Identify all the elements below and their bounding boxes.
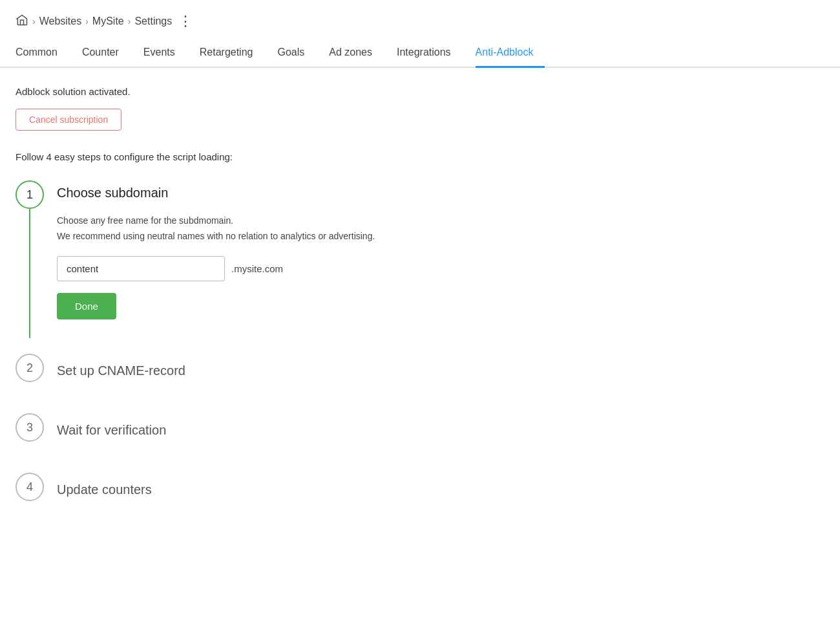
cancel-subscription-button[interactable]: Cancel subscription: [16, 109, 121, 131]
main-content: Adblock solution activated. Cancel subsc…: [0, 68, 840, 535]
breadcrumb: › Websites › MySite › Settings ⋮: [0, 0, 840, 40]
step-1-line: [29, 209, 30, 338]
domain-suffix: .mysite.com: [231, 263, 283, 274]
tabs-nav: Common Counter Events Retargeting Goals …: [0, 40, 840, 68]
more-options-icon[interactable]: ⋮: [178, 13, 193, 30]
tab-counter[interactable]: Counter: [82, 40, 131, 68]
step-1-desc-line2: We recommend using neutral names with no…: [57, 231, 375, 241]
home-icon[interactable]: [16, 14, 28, 29]
tab-events[interactable]: Events: [143, 40, 187, 68]
step-1-desc-line1: Choose any free name for the subdmomain.: [57, 215, 233, 226]
adblock-status-text: Adblock solution activated.: [16, 86, 824, 97]
tab-goals[interactable]: Goals: [277, 40, 316, 68]
step-3-circle: 3: [16, 413, 44, 442]
breadcrumb-settings[interactable]: Settings: [134, 16, 172, 27]
step-4-circle: 4: [16, 473, 44, 501]
breadcrumb-sep-1: ›: [32, 16, 36, 27]
tab-ad-zones[interactable]: Ad zones: [329, 40, 384, 68]
breadcrumb-sep-2: ›: [85, 16, 89, 27]
step-1: 1 Choose subdomain Choose any free name …: [16, 180, 824, 338]
breadcrumb-websites[interactable]: Websites: [39, 16, 82, 27]
breadcrumb-sep-3: ›: [128, 16, 131, 27]
step-1-content: Choose subdomain Choose any free name fo…: [57, 180, 824, 319]
step-1-circle: 1: [16, 180, 44, 209]
step-2-title: Set up CNAME-record: [57, 358, 185, 378]
step-3: 3 Wait for verification: [16, 413, 824, 457]
tab-integrations[interactable]: Integrations: [397, 40, 463, 68]
step-4: 4 Update counters: [16, 473, 824, 517]
subdomain-input[interactable]: [57, 256, 225, 281]
steps-intro-text: Follow 4 easy steps to configure the scr…: [16, 151, 824, 162]
breadcrumb-mysite[interactable]: MySite: [92, 16, 124, 27]
done-button[interactable]: Done: [57, 293, 116, 319]
step-2: 2 Set up CNAME-record: [16, 354, 824, 398]
step-3-title: Wait for verification: [57, 418, 166, 438]
subdomain-row: .mysite.com: [57, 256, 824, 281]
step-1-description: Choose any free name for the subdmomain.…: [57, 213, 824, 244]
tab-retargeting[interactable]: Retargeting: [200, 40, 265, 68]
tab-common[interactable]: Common: [16, 40, 69, 68]
step-1-title: Choose subdomain: [57, 186, 824, 200]
step-4-title: Update counters: [57, 477, 152, 497]
step-1-indicator: 1: [16, 180, 44, 338]
tab-anti-adblock[interactable]: Anti-Adblock: [476, 40, 545, 68]
step-2-circle: 2: [16, 354, 44, 382]
